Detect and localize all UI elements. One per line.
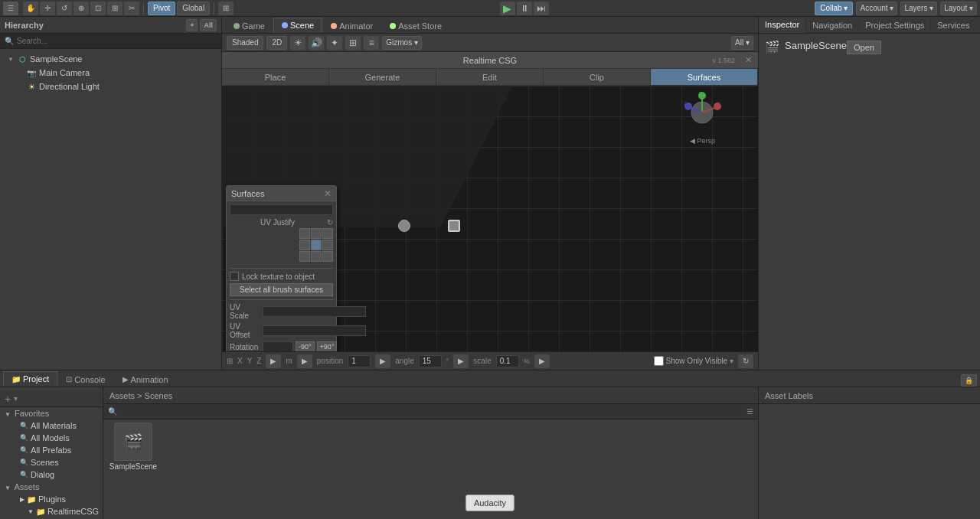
- csg-tab-place[interactable]: Place: [222, 69, 329, 85]
- proj-plugins[interactable]: ▶ 📁 Plugins: [0, 493, 103, 505]
- assets-arrow[interactable]: ▼: [5, 485, 11, 491]
- surfaces-panel-title[interactable]: Surfaces ✕: [227, 186, 336, 201]
- asset-item-samplescene[interactable]: 🎬 SampleScene: [106, 423, 160, 471]
- scale-next-icon[interactable]: ▶: [534, 354, 550, 368]
- csg-close-btn[interactable]: ✕: [745, 55, 752, 65]
- show-only-visible-dropdown[interactable]: ▾: [730, 357, 733, 365]
- pivot-btn[interactable]: Pivot: [148, 2, 175, 15]
- uv-cell-br[interactable]: [322, 251, 333, 262]
- hierarchy-item-maincamera[interactable]: 📷 Main Camera: [0, 66, 221, 80]
- bottom-tab-project[interactable]: 📁 Project: [3, 371, 57, 387]
- inspector-tab[interactable]: Inspector: [759, 17, 806, 33]
- collab-btn[interactable]: Collab ▾: [815, 2, 853, 15]
- csg-tab-surfaces[interactable]: Surfaces: [651, 69, 758, 85]
- hierarchy-item-dirlight[interactable]: ☀ Directional Light: [0, 80, 221, 93]
- snap-move-icon[interactable]: ▶: [266, 354, 281, 368]
- proj-scenes[interactable]: 🔍 Scenes: [0, 456, 103, 468]
- show-only-visible-checkbox[interactable]: [654, 356, 664, 366]
- uv-cell-b[interactable]: [311, 251, 322, 262]
- uv-cell-t[interactable]: [311, 228, 322, 239]
- rot-neg-btn[interactable]: -90°: [296, 341, 315, 351]
- uv-cell-tl[interactable]: [299, 228, 310, 239]
- bottom-panel-lock-btn[interactable]: 🔒: [961, 374, 977, 387]
- rect-tool[interactable]: ⊡: [90, 2, 106, 15]
- project-add-btn[interactable]: +: [5, 393, 11, 405]
- tab-assetstore[interactable]: Asset Store: [381, 18, 450, 33]
- layout-dropdown[interactable]: Layout ▾: [940, 2, 977, 15]
- bottom-tab-console[interactable]: ⊡ Console: [57, 371, 113, 387]
- project-search-input[interactable]: [119, 407, 744, 416]
- services-tab[interactable]: Services: [931, 17, 976, 33]
- uv-cell-r[interactable]: [322, 240, 333, 250]
- proj-all-materials[interactable]: 🔍 All Materials: [0, 419, 103, 432]
- angle-next-icon[interactable]: ▶: [453, 354, 469, 368]
- snap-next-icon[interactable]: ▶: [297, 354, 312, 368]
- object-handle-1[interactable]: [398, 220, 410, 232]
- tab-game[interactable]: Game: [225, 18, 273, 33]
- uv-cell-bl[interactable]: [299, 251, 310, 262]
- scene-viewport[interactable]: Y X Z ◀ Persp Surfaces ✕: [222, 86, 758, 351]
- shaded-btn[interactable]: Shaded: [227, 36, 263, 50]
- all-dropdown[interactable]: All ▾: [731, 36, 753, 50]
- proj-all-models[interactable]: 🔍 All Models: [0, 432, 103, 444]
- position-input[interactable]: [348, 355, 371, 367]
- lock-texture-checkbox[interactable]: [230, 272, 239, 281]
- navigation-tab[interactable]: Navigation: [806, 17, 859, 33]
- csg-tab-edit[interactable]: Edit: [436, 69, 544, 85]
- uv-refresh-icon[interactable]: ↻: [327, 218, 333, 227]
- account-dropdown[interactable]: Account ▾: [856, 2, 897, 15]
- effects-icon[interactable]: ✦: [327, 36, 342, 50]
- hierarchy-item-samplescene[interactable]: ▼ ⬡ SampleScene: [0, 52, 221, 66]
- object-handle-2[interactable]: [448, 220, 460, 232]
- scale-input[interactable]: [496, 355, 519, 367]
- stats-icon[interactable]: ≡: [364, 36, 379, 50]
- csg-tab-generate[interactable]: Generate: [329, 69, 436, 85]
- scale-tool[interactable]: ⊕: [74, 2, 89, 15]
- proj-dialog[interactable]: 🔍 Dialog: [0, 468, 103, 481]
- play-btn[interactable]: ▶: [500, 2, 515, 15]
- hierarchy-add-btn[interactable]: +: [186, 19, 198, 31]
- hierarchy-search-input[interactable]: [17, 37, 217, 45]
- multi-tool[interactable]: ⊞: [107, 2, 122, 15]
- proj-all-prefabs[interactable]: 🔍 All Prefabs: [0, 444, 103, 456]
- project-settings-tab[interactable]: Project Settings: [859, 17, 931, 33]
- hand-tool[interactable]: ✋: [23, 2, 38, 15]
- rotate-tool[interactable]: ↺: [57, 2, 72, 15]
- tab-scene[interactable]: Scene: [273, 18, 322, 33]
- project-menu-btn[interactable]: ▾: [14, 394, 18, 403]
- uv-scale-input[interactable]: [263, 306, 366, 317]
- global-btn[interactable]: Global: [177, 2, 210, 15]
- step-btn[interactable]: ⏭: [534, 2, 549, 15]
- select-all-btn[interactable]: Select all brush surfaces: [230, 283, 333, 296]
- bottom-tab-animation[interactable]: ▶ Animation: [114, 371, 177, 387]
- pos-next-icon[interactable]: ▶: [375, 354, 390, 368]
- gizmo-area[interactable]: Y X Z ◀ Persp: [681, 92, 724, 145]
- gizmos-dropdown[interactable]: Gizmos ▾: [382, 36, 422, 50]
- audacity-popup[interactable]: Audacity: [466, 495, 514, 511]
- hierarchy-all-btn[interactable]: All: [200, 19, 217, 31]
- tab-animator[interactable]: Animator: [322, 18, 381, 33]
- pause-btn[interactable]: ⏸: [517, 2, 532, 15]
- surfaces-close-btn[interactable]: ✕: [324, 188, 332, 199]
- uv-cell-l[interactable]: [299, 240, 310, 250]
- uv-offset-input[interactable]: [263, 325, 366, 336]
- uv-cell-c[interactable]: [311, 240, 322, 250]
- audio-icon[interactable]: 🔊: [309, 36, 324, 50]
- lighting-icon[interactable]: ☀: [290, 36, 305, 50]
- project-search-options[interactable]: ☰: [746, 407, 753, 416]
- custom-tool[interactable]: ✂: [124, 2, 139, 15]
- snap-icon[interactable]: ⊞: [218, 2, 234, 15]
- rot-pos-btn[interactable]: +90°: [317, 341, 338, 351]
- uv-cell-tr[interactable]: [322, 228, 333, 239]
- favorites-arrow[interactable]: ▼: [5, 411, 11, 418]
- nav-icon[interactable]: ⊞: [345, 36, 361, 50]
- move-tool[interactable]: ✛: [40, 2, 55, 15]
- layers-dropdown[interactable]: Layers ▾: [900, 2, 937, 15]
- rotation-input[interactable]: [263, 341, 293, 351]
- angle-input[interactable]: [419, 355, 442, 367]
- proj-realtimecsg[interactable]: ▼ 📁 RealtimeCSG: [0, 505, 103, 517]
- refresh-icon[interactable]: ↻: [738, 354, 753, 368]
- open-btn[interactable]: Open: [847, 41, 881, 54]
- surfaces-search[interactable]: [230, 204, 333, 215]
- csg-tab-clip[interactable]: Clip: [544, 69, 651, 85]
